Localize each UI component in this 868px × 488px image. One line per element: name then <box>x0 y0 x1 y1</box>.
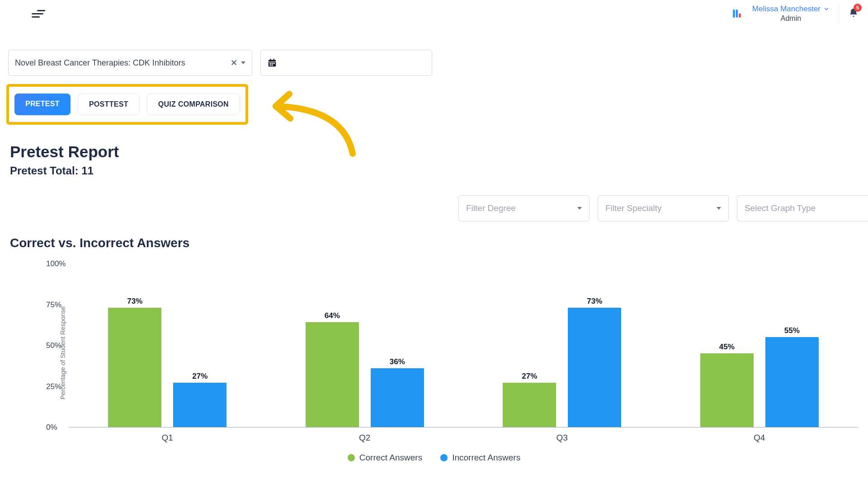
user-role-label: Admin <box>752 14 830 23</box>
bar-value-label: 45% <box>700 343 754 352</box>
user-block: Melissa Manchester Admin <box>752 4 830 23</box>
bar-value-label: 73% <box>568 297 621 306</box>
divider <box>839 5 839 23</box>
logo-icon <box>731 8 743 19</box>
svg-rect-0 <box>733 9 735 17</box>
graph-type-label: Select Graph Type <box>745 203 816 213</box>
chevron-down-icon <box>241 61 245 64</box>
tabs: PRETEST POSTTEST QUIZ COMPARISON <box>6 84 248 125</box>
legend-dot-icon <box>348 454 355 461</box>
header: Melissa Manchester Admin 5 <box>0 0 868 27</box>
svg-rect-7 <box>270 63 271 64</box>
filter-degree-label: Filter Degree <box>466 203 516 213</box>
svg-rect-4 <box>269 61 276 62</box>
calendar-icon <box>267 58 277 68</box>
chevron-down-icon <box>577 207 582 210</box>
legend-dot-icon <box>440 454 448 461</box>
bar-group: 64%36% <box>306 322 424 427</box>
filter-specialty-label: Filter Specialty <box>605 203 662 213</box>
y-tick: 50% <box>46 341 61 350</box>
svg-rect-2 <box>739 14 741 18</box>
svg-rect-10 <box>270 65 271 66</box>
notification-badge: 5 <box>854 4 862 12</box>
bar-group: 45%55% <box>700 337 819 427</box>
bar-incorrect: 27% <box>173 383 226 427</box>
clear-icon[interactable]: ✕ <box>231 58 237 68</box>
y-tick: 25% <box>46 382 61 391</box>
chart-title: Correct vs. Incorrect Answers <box>10 236 858 250</box>
x-tick: Q4 <box>754 433 765 443</box>
tab-posttest[interactable]: POSTTEST <box>78 94 140 115</box>
svg-rect-9 <box>274 63 275 64</box>
bar-value-label: 36% <box>371 357 424 366</box>
right-filters: Filter Degree Filter Specialty Select Gr… <box>458 195 868 221</box>
y-tick: 100% <box>46 259 66 268</box>
course-select-value: Novel Breast Cancer Therapies: CDK Inhib… <box>15 58 185 68</box>
chevron-down-icon <box>717 207 721 210</box>
x-tick: Q3 <box>557 433 568 443</box>
menu-icon[interactable] <box>32 9 45 18</box>
svg-rect-11 <box>272 65 273 66</box>
y-tick: 75% <box>46 300 61 310</box>
user-name-label: Melissa Manchester <box>752 4 821 14</box>
svg-rect-1 <box>736 9 738 17</box>
svg-rect-8 <box>272 63 273 64</box>
tab-quiz-comparison[interactable]: QUIZ COMPARISON <box>147 94 240 115</box>
bar-value-label: 64% <box>306 311 359 320</box>
legend-incorrect-label: Incorrect Answers <box>452 453 520 463</box>
bar-value-label: 27% <box>173 372 226 381</box>
bar-incorrect: 36% <box>371 368 424 427</box>
bar-incorrect: 73% <box>568 308 621 427</box>
bar-correct: 27% <box>503 383 556 427</box>
bar-correct: 73% <box>108 308 161 427</box>
bar-group: 27%73% <box>503 308 621 427</box>
x-tick: Q2 <box>359 433 370 443</box>
bar-incorrect: 55% <box>765 337 819 427</box>
legend-incorrect: Incorrect Answers <box>440 453 520 463</box>
chart-section: Correct vs. Incorrect Answers Percentage… <box>0 236 868 463</box>
bar-value-label: 55% <box>765 326 819 335</box>
bar-correct: 64% <box>306 322 359 427</box>
legend-correct: Correct Answers <box>348 453 422 463</box>
course-select[interactable]: Novel Breast Cancer Therapies: CDK Inhib… <box>8 50 252 76</box>
page-title: Pretest Report <box>0 125 868 164</box>
filter-degree-select[interactable]: Filter Degree <box>458 195 590 221</box>
y-tick: 0% <box>46 423 57 432</box>
header-right: Melissa Manchester Admin 5 <box>731 4 859 23</box>
user-menu[interactable]: Melissa Manchester <box>752 4 830 14</box>
svg-rect-5 <box>270 59 271 61</box>
bar-group: 73%27% <box>108 308 226 427</box>
bar-correct: 45% <box>700 353 754 427</box>
chart: Percentage of Student Response 73%27%64%… <box>28 256 858 450</box>
filter-specialty-select[interactable]: Filter Specialty <box>598 195 729 221</box>
x-tick: Q1 <box>162 433 173 443</box>
legend-correct-label: Correct Answers <box>359 453 422 463</box>
notifications-button[interactable]: 5 <box>848 7 859 20</box>
page-subtitle: Pretest Total: 11 <box>0 164 868 186</box>
bar-value-label: 27% <box>503 372 556 381</box>
tab-pretest[interactable]: PRETEST <box>14 94 71 115</box>
svg-rect-6 <box>274 59 274 61</box>
filters-row: Novel Breast Cancer Therapies: CDK Inhib… <box>0 27 868 76</box>
chart-plot: 73%27%64%36%27%73%45%55% <box>69 264 858 427</box>
graph-type-select[interactable]: Select Graph Type <box>737 195 868 221</box>
chevron-down-icon <box>823 6 830 12</box>
date-picker[interactable] <box>260 50 432 76</box>
chart-legend: Correct Answers Incorrect Answers <box>10 453 858 463</box>
bar-value-label: 73% <box>108 297 161 306</box>
